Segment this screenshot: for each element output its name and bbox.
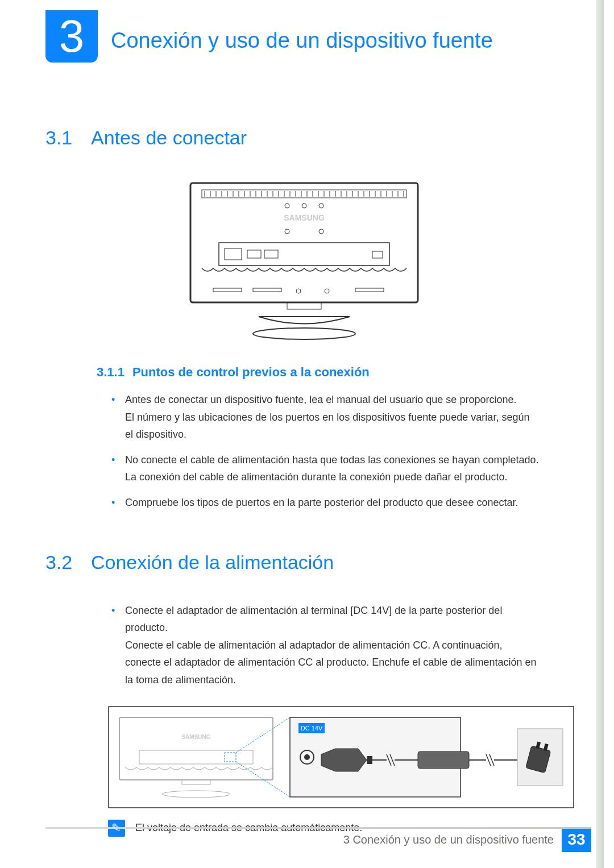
power-connection-diagram: SAMSUNG DC 14V xyxy=(108,706,574,808)
bullet-main: Compruebe los tipos de puertos en la par… xyxy=(125,497,518,508)
svg-point-40 xyxy=(319,203,323,208)
page-side-bar xyxy=(596,0,604,868)
footer-divider xyxy=(45,827,591,829)
svg-point-39 xyxy=(302,203,306,208)
svg-point-51 xyxy=(296,289,301,293)
svg-rect-61 xyxy=(182,780,210,784)
svg-rect-58 xyxy=(119,717,273,780)
chapter-title: Conexión y uso de un dispositivo fuente xyxy=(45,16,614,53)
page-footer: 3 Conexión y uso de un dispositivo fuent… xyxy=(45,827,591,852)
list-item: No conecte el cable de alimentación hast… xyxy=(108,451,540,486)
bullet-sub: Conecte el cable de alimentación al adap… xyxy=(125,637,540,689)
svg-rect-71 xyxy=(367,756,372,764)
svg-rect-45 xyxy=(225,248,242,260)
svg-line-65 xyxy=(236,717,290,753)
list-item: Antes de conectar un dispositivo fuente,… xyxy=(108,391,540,443)
svg-text:DC 14V: DC 14V xyxy=(301,725,323,732)
bullet-list-3-2: Conecte el adaptador de alimentación al … xyxy=(108,602,540,689)
svg-rect-53 xyxy=(355,288,384,292)
section-title: Conexión de la alimentación xyxy=(91,551,334,573)
svg-rect-46 xyxy=(247,250,261,258)
svg-rect-1 xyxy=(202,190,406,198)
svg-point-52 xyxy=(325,289,329,293)
subsection-title: Puntos de control previos a la conexión xyxy=(132,365,370,379)
svg-rect-44 xyxy=(219,243,389,265)
svg-rect-50 xyxy=(253,288,281,292)
svg-rect-54 xyxy=(287,302,321,309)
svg-point-70 xyxy=(304,754,310,760)
section-title: Antes de conectar xyxy=(91,127,247,148)
svg-point-56 xyxy=(253,328,355,339)
bullet-sub: El número y las ubicaciones de los puert… xyxy=(125,409,540,443)
bullet-main: No conecte el cable de alimentación hast… xyxy=(125,454,538,466)
chapter-number-badge: 3 xyxy=(45,10,98,63)
section-number: 3.2 xyxy=(45,551,91,574)
svg-point-42 xyxy=(285,229,289,234)
section-3-1-heading: 3.1Antes de conectar xyxy=(45,127,563,149)
svg-rect-48 xyxy=(372,251,383,258)
svg-point-62 xyxy=(162,791,230,798)
svg-rect-49 xyxy=(213,288,242,292)
svg-rect-74 xyxy=(418,751,469,769)
svg-point-38 xyxy=(285,203,289,208)
subsection-number: 3.1.1 xyxy=(97,365,125,379)
svg-text:SAMSUNG: SAMSUNG xyxy=(284,213,325,222)
bullet-list-3-1-1: Antes de conectar un dispositivo fuente,… xyxy=(108,391,540,512)
svg-text:SAMSUNG: SAMSUNG xyxy=(181,734,210,740)
page-content: 3.1Antes de conectar SAMSUNG 3.1.1Puntos… xyxy=(0,53,614,837)
footer-chapter-text: 3 Conexión y uso de un dispositivo fuent… xyxy=(343,833,554,846)
list-item: Conecte el adaptador de alimentación al … xyxy=(108,602,540,689)
bullet-main: Conecte el adaptador de alimentación al … xyxy=(125,605,502,634)
chapter-header: 3 Conexión y uso de un dispositivo fuent… xyxy=(0,0,614,53)
list-item: Compruebe los tipos de puertos en la par… xyxy=(108,494,540,512)
chapter-number: 3 xyxy=(59,14,85,59)
bullet-main: Antes de conectar un dispositivo fuente,… xyxy=(125,394,516,405)
section-3-2-heading: 3.2Conexión de la alimentación xyxy=(45,551,563,574)
bullet-sub: La conexión del cable de alimentación du… xyxy=(125,468,540,486)
svg-point-43 xyxy=(319,229,323,234)
page-number: 33 xyxy=(562,827,591,852)
section-number: 3.1 xyxy=(45,127,91,149)
monitor-back-diagram: SAMSUNG xyxy=(185,177,424,348)
svg-rect-63 xyxy=(225,753,236,762)
subsection-3-1-1-heading: 3.1.1Puntos de control previos a la cone… xyxy=(97,365,563,380)
svg-rect-47 xyxy=(264,250,278,258)
